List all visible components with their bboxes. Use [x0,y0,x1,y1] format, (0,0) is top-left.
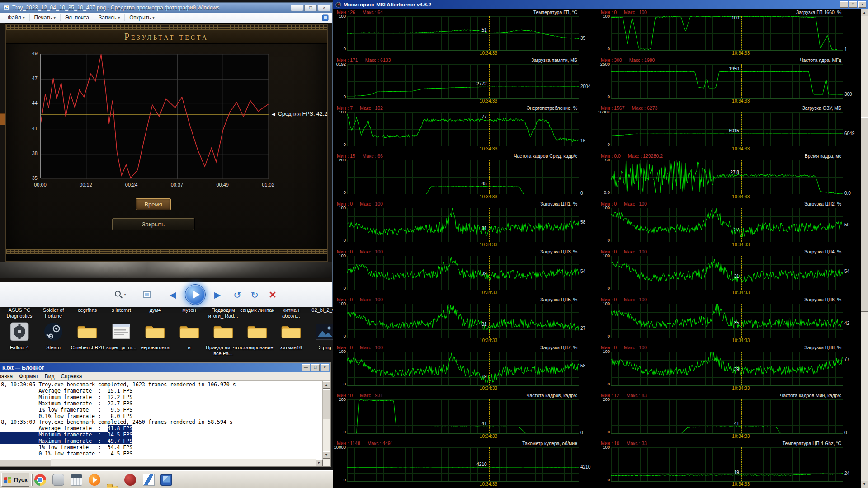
desktop-icon[interactable] [42,320,65,343]
delete-button[interactable] [268,290,277,299]
monitor-panel[interactable]: Мин : 171Макс : 6133Загрузка памяти, МБ8… [333,57,597,105]
vertical-scrollbar[interactable]: ▲ ▼ [322,381,330,459]
menu-item-3[interactable]: Эл. почта [61,14,93,22]
scroll-up-arrow[interactable]: ▲ [323,381,330,389]
monitor-panel[interactable]: Мин : 0.0Макс : 129280.2Время кадра, мс5… [597,153,861,201]
scroll-down-arrow[interactable]: ▼ [861,481,868,488]
minimize-button[interactable]: — [291,5,303,11]
fallout-icon [9,322,29,342]
monitor-panel[interactable]: Мин : 0Макс : 100Загрузка ЦП7, %10001958… [333,344,597,392]
red-app-icon[interactable] [124,474,136,486]
desktop-icon[interactable] [144,320,166,343]
notepad-menu-item-2[interactable]: Правка [0,373,16,380]
notepad-menu-item-5[interactable]: Справка [57,373,85,380]
graph-plot [611,256,843,290]
menu-item-1[interactable]: Файл▾ [4,14,28,22]
panel-title: Загрузка ЦП1, % [540,201,577,207]
cursor-value-label: 39 [720,367,739,372]
monitor-panel[interactable]: Мин : 26Макс : 64Температура ГП, °C10005… [333,9,597,57]
desktop-icon-label: сандмк линпак [240,307,275,313]
maximize-button[interactable]: □ [311,364,320,371]
scroll-down-arrow[interactable]: ▼ [323,451,330,459]
explorer-folder-icon[interactable] [107,486,118,488]
desktop-icon[interactable] [8,320,31,343]
axis-min-label: 0 [333,142,346,147]
text-editor[interactable]: 8, 10:30:05 Troy.exe benchmark completed… [0,381,322,459]
monitor-panel[interactable]: Мин : 0Макс : 100Загрузка ЦП5, %10003127… [333,296,597,344]
axis-min-label: 0 [333,381,346,386]
minimize-button[interactable]: — [302,364,310,371]
previous-image-button[interactable]: ◀ [170,289,176,300]
max-value-label: Макс : 100 [624,9,647,15]
desktop-icon[interactable] [246,320,269,343]
max-value-label: Макс : 4491 [368,441,393,446]
monitor-panel[interactable]: Мин : 0Макс : 931Частота кадров, кадр/с2… [333,392,597,440]
help-icon[interactable] [322,14,329,21]
fit-to-window-button[interactable] [142,290,152,300]
start-button[interactable]: Пуск [1,473,29,487]
monitor-panel[interactable]: Мин : 7Макс : 102Энергопотребление, %100… [333,105,597,153]
desktop-icon[interactable] [212,320,235,343]
maximize-button[interactable]: □ [849,1,857,8]
scrollbar-thumb[interactable] [861,117,868,312]
desktop-icon[interactable] [76,320,99,343]
monitor-panel[interactable]: Мин : 15Макс : 66Частота кадров Сред, ка… [333,153,597,201]
y-axis-tick-label: 35 [21,175,38,181]
scroll-up-arrow[interactable]: ▲ [861,9,868,16]
monitor-panel[interactable]: Мин : 300Макс : 1980Частота ядра, МГц250… [597,57,861,105]
paint-icon[interactable] [143,474,155,486]
menu-item-4[interactable]: Запись▾ [95,14,123,22]
caption-buttons: — ▢ × [291,5,330,11]
monitor-panel[interactable]: Мин : 1567Макс : 6273Загрузка ОЗУ, МБ163… [597,105,861,153]
close-button[interactable]: × [321,364,329,371]
maximize-button[interactable]: ▢ [304,5,317,11]
monitor-panel[interactable]: Мин : 0Макс : 100Загрузка ЦП6, %10003542… [597,296,861,344]
close-button[interactable]: × [858,1,866,8]
menu-item-5[interactable]: Открыть▾ [126,14,158,22]
notepad-titlebar[interactable]: k.txt — Блокнот — □ × [0,363,330,372]
minimize-button[interactable]: — [840,1,848,8]
current-value-label: 2804 [580,84,597,89]
notepad-menubar: ФайлПравкаФорматВидСправка [0,372,330,381]
display-app-icon[interactable] [160,474,172,486]
rotate-clockwise-button[interactable]: ↻ [250,290,259,299]
gray-app-icon[interactable] [52,474,64,486]
notepad-menu-item-3[interactable]: Формат [16,373,42,380]
next-image-button[interactable]: ▶ [214,289,221,300]
vertical-scrollbar[interactable]: ▲ ▼ [861,9,868,488]
graph-line [347,352,579,386]
play-slideshow-button[interactable] [185,284,206,305]
monitor-panel[interactable]: Мин : 0Макс : 100Загрузка ЦП1, %10003158… [333,201,597,249]
media-player-icon[interactable] [89,474,100,486]
menu-item-2[interactable]: Печать▾ [31,14,59,22]
desktop-icon[interactable] [110,320,132,343]
side-tab [0,113,5,125]
afterburner-titlebar[interactable]: Мониторинг MSI Afterburner v4.6.2 — □ × [333,0,868,9]
desktop-icon[interactable] [314,320,333,343]
monitor-panel[interactable]: Мин : 12Макс : 83Частота кадров Мин, кад… [597,392,861,440]
monitor-panel[interactable]: Мин : 0Макс : 100Загрузка ГП 1660, %1000… [597,9,861,57]
axis-min-label: 0 [597,238,610,243]
close-button[interactable]: × [318,5,330,11]
cursor-time-label: 10:34:33 [475,290,502,295]
calculator-icon[interactable] [71,474,82,486]
scroll-right-arrow[interactable]: ► [316,459,323,466]
horizontal-scrollbar[interactable]: ◄ ► [0,459,330,466]
desktop-icon[interactable] [178,320,201,343]
monitor-panel[interactable]: Мин : 0Макс : 100Загрузка ЦП8, %10003977… [597,344,861,392]
scrollbar-thumb[interactable] [323,389,330,419]
desktop-icon[interactable] [280,320,302,343]
monitor-panel[interactable]: Мин : 0Макс : 100Загрузка ЦП3, %10003954… [333,249,597,296]
desktop-icon-label: CinebenchR20 [70,345,105,351]
monitor-panel[interactable]: Мин : 10Макс : 33Температура ЦП 4 Ghz, °… [597,440,861,488]
zoom-button[interactable]: ▾ [113,290,126,300]
monitor-panel[interactable]: Мин : 0Макс : 100Загрузка ЦП2, %10002750… [597,201,861,249]
notepad-menu-item-4[interactable]: Вид [42,373,58,380]
photo-viewer-titlebar[interactable]: Troy_2023_12_04_10_35_10_407.png - Средс… [0,3,332,13]
scrollbar-thumb[interactable] [0,459,51,466]
rotate-counterclockwise-button[interactable]: ↺ [233,290,241,299]
monitor-panel[interactable]: Мин : 0Макс : 100Загрузка ЦП4, %10003154… [597,249,861,296]
chrome-icon[interactable] [34,474,46,486]
monitor-panel[interactable]: Мин : 1148Макс : 4491Тахометр кулера, об… [333,440,597,488]
cursor-value-label: 27 [720,227,739,232]
